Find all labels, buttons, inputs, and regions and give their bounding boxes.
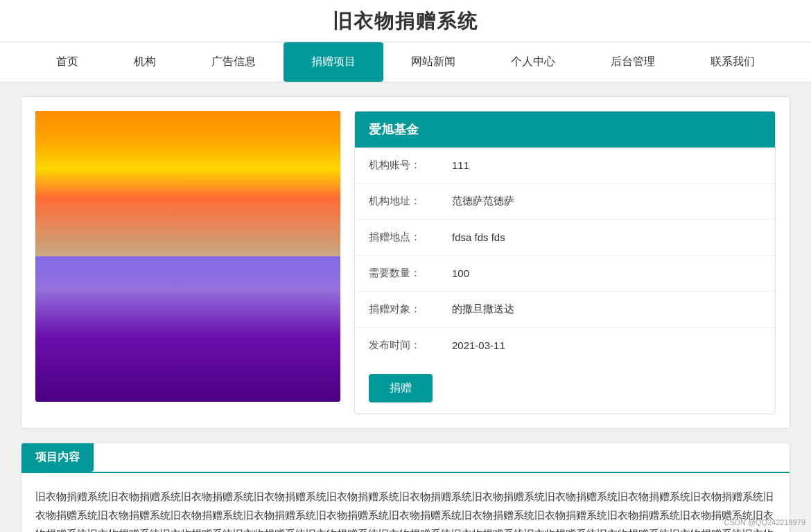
svg-point-10 bbox=[101, 279, 150, 296]
svg-point-16 bbox=[278, 302, 333, 321]
svg-point-18 bbox=[103, 335, 162, 355]
donate-button[interactable]: 捐赠 bbox=[369, 374, 433, 402]
value-account: 111 bbox=[438, 148, 775, 184]
nav-news[interactable]: 网站新闻 bbox=[383, 42, 483, 82]
svg-point-22 bbox=[101, 363, 164, 388]
project-section: 项目内容 旧衣物捐赠系统旧衣物捐赠系统旧衣物捐赠系统旧衣物捐赠系统旧衣物捐赠系统… bbox=[21, 443, 790, 532]
project-content-body: 旧衣物捐赠系统旧衣物捐赠系统旧衣物捐赠系统旧衣物捐赠系统旧衣物捐赠系统旧衣物捐赠… bbox=[21, 473, 790, 532]
svg-point-15 bbox=[223, 305, 278, 325]
svg-point-12 bbox=[281, 276, 330, 292]
svg-point-20 bbox=[284, 329, 340, 350]
label-quantity: 需要数量： bbox=[355, 256, 438, 292]
watermark: CSDN @QQ242219979 bbox=[724, 518, 805, 526]
svg-line-6 bbox=[188, 180, 299, 242]
value-quantity: 100 bbox=[438, 256, 775, 292]
svg-line-4 bbox=[119, 166, 188, 242]
value-location: fdsa fds fds bbox=[438, 220, 775, 256]
svg-rect-7 bbox=[35, 249, 340, 402]
svg-point-9 bbox=[53, 276, 101, 292]
svg-rect-0 bbox=[35, 111, 340, 263]
info-row-account: 机构账号： 111 bbox=[355, 148, 775, 184]
info-panel: 爱旭基金 机构账号： 111 机构地址： 范德萨范德萨 捐赠地点： fdsa f… bbox=[354, 111, 776, 414]
svg-point-19 bbox=[221, 335, 279, 355]
project-header-bar: 项目内容 bbox=[21, 443, 790, 473]
value-target: 的撒旦撒送达 bbox=[438, 292, 775, 328]
label-account: 机构账号： bbox=[355, 148, 438, 184]
svg-point-21 bbox=[35, 358, 94, 383]
info-table: 机构账号： 111 机构地址： 范德萨范德萨 捐赠地点： fdsa fds fd… bbox=[355, 148, 775, 363]
nav-home[interactable]: 首页 bbox=[28, 42, 106, 82]
page-header: 旧衣物捐赠系统 bbox=[0, 0, 811, 42]
label-target: 捐赠对象： bbox=[355, 292, 438, 328]
svg-point-11 bbox=[233, 279, 281, 296]
info-row-target: 捐赠对象： 的撒旦撒送达 bbox=[355, 292, 775, 328]
value-date: 2021-03-11 bbox=[438, 328, 775, 364]
main-content: 爱旭基金 机构账号： 111 机构地址： 范德萨范德萨 捐赠地点： fdsa f… bbox=[0, 82, 811, 532]
info-row-quantity: 需要数量： 100 bbox=[355, 256, 775, 292]
nav-donate-project[interactable]: 捐赠项目 bbox=[284, 42, 383, 82]
svg-point-14 bbox=[105, 305, 160, 325]
info-row-address: 机构地址： 范德萨范德萨 bbox=[355, 184, 775, 220]
info-row-location: 捐赠地点： fdsa fds fds bbox=[355, 220, 775, 256]
nav-personal[interactable]: 个人中心 bbox=[483, 42, 583, 82]
detail-card: 爱旭基金 机构账号： 111 机构地址： 范德萨范德萨 捐赠地点： fdsa f… bbox=[21, 96, 790, 429]
svg-point-24 bbox=[288, 358, 340, 383]
svg-point-2 bbox=[153, 242, 223, 277]
nav-institution[interactable]: 机构 bbox=[106, 42, 184, 82]
main-nav: 首页 机构 广告信息 捐赠项目 网站新闻 个人中心 后台管理 联系我们 bbox=[0, 42, 811, 82]
nav-admin[interactable]: 后台管理 bbox=[583, 42, 683, 82]
svg-point-13 bbox=[49, 302, 105, 321]
label-date: 发布时间： bbox=[355, 328, 438, 364]
svg-marker-8 bbox=[160, 256, 216, 402]
label-location: 捐赠地点： bbox=[355, 220, 438, 256]
nav-contact[interactable]: 联系我们 bbox=[683, 42, 783, 82]
svg-point-23 bbox=[219, 363, 281, 388]
page-title: 旧衣物捐赠系统 bbox=[0, 8, 811, 35]
svg-line-5 bbox=[188, 166, 257, 242]
nav-ads[interactable]: 广告信息 bbox=[184, 42, 284, 82]
info-row-date: 发布时间： 2021-03-11 bbox=[355, 328, 775, 364]
svg-line-3 bbox=[77, 180, 188, 242]
organization-name: 爱旭基金 bbox=[355, 112, 775, 148]
label-address: 机构地址： bbox=[355, 184, 438, 220]
svg-point-1 bbox=[132, 229, 243, 284]
svg-point-17 bbox=[41, 329, 99, 350]
project-image bbox=[35, 111, 340, 402]
project-content-header: 项目内容 bbox=[21, 443, 94, 472]
value-address: 范德萨范德萨 bbox=[438, 184, 775, 220]
